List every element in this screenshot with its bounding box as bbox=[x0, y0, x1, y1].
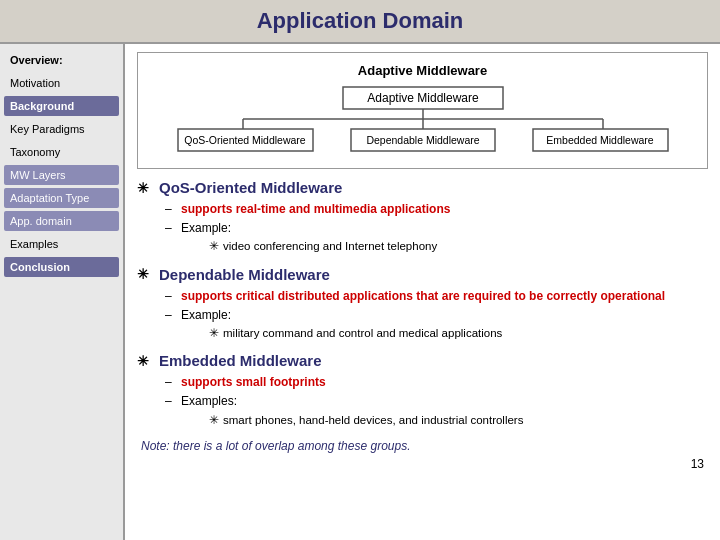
sidebar-item-background[interactable]: Background bbox=[4, 96, 119, 116]
section-qos: ✳ QoS-Oriented Middleware – supports rea… bbox=[137, 179, 708, 256]
sidebar-item-conclusion[interactable]: Conclusion bbox=[4, 257, 119, 277]
qos-sub-bullets: ✳ video conferencing and Internet teleph… bbox=[209, 238, 708, 255]
content-area: Adaptive Middleware Adaptive Middleware … bbox=[125, 44, 720, 540]
sidebar-item-taxonomy[interactable]: Taxonomy bbox=[4, 142, 119, 162]
section-dependable: ✳ Dependable Middleware – supports criti… bbox=[137, 266, 708, 343]
section-dependable-title: ✳ Dependable Middleware bbox=[137, 266, 708, 283]
dep-sub-1: ✳ military command and control and medic… bbox=[209, 325, 708, 342]
star-icon-qos: ✳ bbox=[137, 180, 149, 196]
svg-text:QoS-Oriented Middleware: QoS-Oriented Middleware bbox=[184, 134, 306, 146]
diagram-title: Adaptive Middleware bbox=[148, 63, 697, 78]
sidebar-item-motivation[interactable]: Motivation bbox=[4, 73, 119, 93]
sidebar-item-app-domain[interactable]: App. domain bbox=[4, 211, 119, 231]
sidebar-item-adaptation-type[interactable]: Adaptation Type bbox=[4, 188, 119, 208]
sidebar-item-mw-layers[interactable]: MW Layers bbox=[4, 165, 119, 185]
svg-text:Dependable Middleware: Dependable Middleware bbox=[366, 134, 479, 146]
emb-sub-bullets: ✳ smart phones, hand-held devices, and i… bbox=[209, 412, 708, 429]
diagram-container: Adaptive Middleware Adaptive Middleware … bbox=[137, 52, 708, 169]
section-qos-title: ✳ QoS-Oriented Middleware bbox=[137, 179, 708, 196]
dep-bullet-2: – Example: bbox=[165, 306, 708, 325]
note-text: Note: there is a lot of overlap among th… bbox=[141, 439, 708, 453]
section-embedded: ✳ Embedded Middleware – supports small f… bbox=[137, 352, 708, 429]
qos-sub-1: ✳ video conferencing and Internet teleph… bbox=[209, 238, 708, 255]
qos-bullet-2: – Example: bbox=[165, 219, 708, 238]
qos-bullet-1: – supports real-time and multimedia appl… bbox=[165, 200, 708, 219]
page-title: Application Domain bbox=[0, 0, 720, 44]
emb-bullet-1: – supports small footprints bbox=[165, 373, 708, 392]
emb-bullets: – supports small footprints – Examples: … bbox=[165, 373, 708, 429]
sidebar-item-key-paradigms[interactable]: Key Paradigms bbox=[4, 119, 119, 139]
sidebar: Overview: Motivation Background Key Para… bbox=[0, 44, 125, 540]
svg-text:Adaptive Middleware: Adaptive Middleware bbox=[367, 91, 479, 105]
svg-text:Embedded Middleware: Embedded Middleware bbox=[546, 134, 654, 146]
star-icon-dep: ✳ bbox=[137, 266, 149, 282]
dep-bullets: – supports critical distributed applicat… bbox=[165, 287, 708, 343]
page-number: 13 bbox=[137, 457, 708, 471]
emb-sub-1: ✳ smart phones, hand-held devices, and i… bbox=[209, 412, 708, 429]
main-layout: Overview: Motivation Background Key Para… bbox=[0, 44, 720, 540]
sidebar-item-examples[interactable]: Examples bbox=[4, 234, 119, 254]
diagram-svg: Adaptive Middleware QoS-Oriented Middlew… bbox=[173, 84, 673, 154]
section-embedded-title: ✳ Embedded Middleware bbox=[137, 352, 708, 369]
dep-bullet-1: – supports critical distributed applicat… bbox=[165, 287, 708, 306]
star-icon-emb: ✳ bbox=[137, 353, 149, 369]
qos-bullets: – supports real-time and multimedia appl… bbox=[165, 200, 708, 256]
sidebar-overview-label: Overview: bbox=[4, 50, 119, 70]
dep-sub-bullets: ✳ military command and control and medic… bbox=[209, 325, 708, 342]
emb-bullet-2: – Examples: bbox=[165, 392, 708, 411]
